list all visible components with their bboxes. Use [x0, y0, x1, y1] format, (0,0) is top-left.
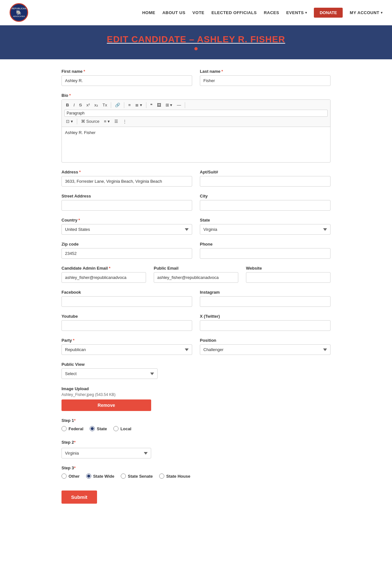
step1-local-option[interactable]: Local — [113, 426, 131, 431]
instagram-label: Instagram — [200, 290, 331, 295]
address-group: Address* — [61, 170, 192, 187]
table-button[interactable]: ⊞ ▾ — [164, 102, 174, 108]
facebook-input[interactable] — [61, 296, 192, 307]
align-button[interactable]: ≡ ▾ — [102, 118, 111, 125]
nav-home[interactable]: HOME — [142, 10, 155, 15]
position-select[interactable]: Challenger Incumbent — [200, 344, 331, 355]
paragraph-select[interactable]: Paragraph — [64, 110, 328, 117]
step1-state-option[interactable]: State — [90, 426, 107, 431]
website-group: Website — [246, 266, 331, 283]
step3-other-radio[interactable] — [61, 474, 67, 479]
nav-races[interactable]: RACES — [264, 10, 279, 15]
city-input[interactable] — [200, 200, 331, 211]
public-view-row: Public View Select Public Private — [61, 362, 331, 379]
page-title: EDIT CANDIDATE – ASHLEY R. FISHER — [6, 34, 386, 45]
toolbar-divider-1 — [111, 102, 111, 108]
instagram-input[interactable] — [200, 296, 331, 307]
admin-email-input[interactable] — [61, 272, 146, 283]
apt-input[interactable] — [200, 176, 331, 187]
country-select[interactable]: United States — [61, 224, 192, 235]
logo[interactable]: REPUBLICAN 🐘 ADVOCATES — [10, 3, 28, 22]
ol-button[interactable]: ≣ ▾ — [134, 102, 144, 108]
strikethrough-button[interactable]: S — [78, 102, 84, 108]
nav-vote[interactable]: VOTE — [192, 10, 204, 15]
step3-other-option[interactable]: Other — [61, 474, 80, 479]
bio-content[interactable]: Ashley R. Fisher — [62, 127, 330, 162]
state-select[interactable]: Virginia — [200, 224, 331, 235]
editor-toolbar: B I S x² x₂ Tx 🔗 ≡ ≣ ▾ ❝ 🖼 ⊞ ▾ — Paragra… — [62, 100, 330, 127]
image-button[interactable]: 🖼 — [155, 102, 163, 108]
street-input[interactable] — [61, 200, 192, 211]
step1-federal-option[interactable]: Federal — [61, 426, 83, 431]
step1-federal-radio[interactable] — [61, 426, 67, 431]
nav-links: HOME ABOUT US VOTE ELECTED OFFICIALS RAC… — [142, 8, 382, 18]
facebook-group: Facebook — [61, 290, 192, 307]
more-button[interactable]: ⋮ — [121, 118, 128, 125]
step2-section: Step 2* Virginia Alabama Alaska — [61, 440, 331, 458]
public-view-select[interactable]: Select Public Private — [61, 368, 158, 379]
address-input[interactable] — [61, 176, 192, 187]
nav-elected[interactable]: ELECTED OFFICIALS — [211, 10, 257, 15]
website-label: Website — [246, 266, 331, 271]
remove-button[interactable]: Remove — [61, 399, 151, 411]
subscript-button[interactable]: x₂ — [93, 102, 100, 108]
submit-button[interactable]: Submit — [61, 491, 97, 504]
italic-button[interactable]: I — [72, 102, 76, 108]
first-name-label: First name* — [61, 69, 192, 74]
superscript-button[interactable]: x² — [85, 102, 92, 108]
image-upload-label: Image Upload — [61, 386, 89, 391]
step3-section: Step 3* Other State Wide State Senate St… — [61, 466, 331, 480]
nav-about[interactable]: ABOUT US — [162, 10, 185, 15]
youtube-input[interactable] — [61, 320, 192, 331]
image-upload-section: Image Upload Ashley_Fisher.jpeg (543.54 … — [61, 386, 331, 411]
first-name-input[interactable] — [61, 75, 192, 86]
step2-label: Step 2* — [61, 440, 331, 445]
hr-button[interactable]: — — [175, 102, 183, 108]
step1-state-radio[interactable] — [90, 426, 95, 431]
clear-format-button[interactable]: Tx — [101, 102, 109, 108]
twitter-input[interactable] — [200, 320, 331, 331]
blockquote-button[interactable]: ❝ — [149, 102, 154, 108]
youtube-label: Youtube — [61, 314, 192, 319]
website-input[interactable] — [246, 272, 331, 283]
twitter-label: X (Twitter) — [200, 314, 331, 319]
apt-label: Apt/Suit# — [200, 170, 331, 174]
party-select[interactable]: Republican Democrat Independent — [61, 344, 192, 355]
step3-label: Step 3* — [61, 466, 331, 470]
state-label: State — [200, 218, 331, 222]
format-button[interactable]: ⊡ ▾ — [64, 118, 75, 125]
donate-button[interactable]: DONATE — [314, 8, 343, 18]
step3-house-option[interactable]: State House — [159, 474, 190, 479]
step3-statewide-option[interactable]: State Wide — [86, 474, 114, 479]
step3-statewide-radio[interactable] — [86, 474, 91, 479]
phone-group: Phone — [200, 242, 331, 259]
list-style-button[interactable]: ☰ — [113, 118, 120, 125]
nav-account[interactable]: MY ACCOUNT ▾ — [350, 10, 382, 15]
step3-senate-option[interactable]: State Senate — [121, 474, 153, 479]
admin-email-label: Candidate Admin Email* — [61, 266, 146, 271]
street-group: Street Address — [61, 194, 192, 211]
street-city-row: Street Address City — [61, 194, 331, 211]
social-row-2: Youtube X (Twitter) — [61, 314, 331, 331]
bold-button[interactable]: B — [64, 102, 70, 108]
phone-input[interactable] — [200, 248, 331, 259]
step3-house-radio[interactable] — [159, 474, 164, 479]
step3-senate-radio[interactable] — [121, 474, 126, 479]
nav-events[interactable]: EVENTS ▾ — [286, 10, 307, 15]
account-chevron-icon: ▾ — [381, 11, 383, 14]
last-name-input[interactable] — [200, 75, 331, 86]
toolbar-divider-5 — [77, 119, 77, 124]
form-container: First name* Last name* Bio* B I S x² x₂ … — [52, 69, 340, 523]
public-view-group: Public View Select Public Private — [61, 362, 158, 379]
ul-button[interactable]: ≡ — [127, 102, 132, 108]
public-email-input[interactable] — [154, 272, 238, 283]
step1-local-radio[interactable] — [113, 426, 118, 431]
toolbar-divider-2 — [124, 102, 124, 108]
source-button[interactable]: ⌘ Source — [79, 118, 101, 125]
step1-section: Step 1* Federal State Local — [61, 418, 331, 433]
title-dot — [194, 47, 198, 50]
zip-input[interactable] — [61, 248, 192, 259]
step2-select[interactable]: Virginia Alabama Alaska — [61, 448, 151, 458]
link-button[interactable]: 🔗 — [113, 102, 122, 108]
public-view-label: Public View — [61, 362, 158, 367]
